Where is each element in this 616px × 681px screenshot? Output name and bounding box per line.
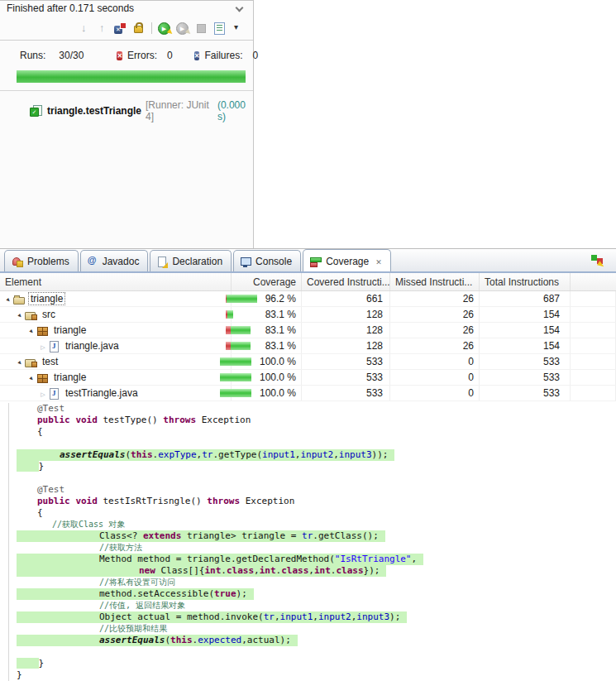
table-row[interactable]: triangle96.2 %66126687	[0, 291, 616, 307]
close-icon[interactable]	[375, 256, 382, 267]
tab-javadoc[interactable]: Javadoc	[80, 250, 149, 271]
covered-instructions-cell: 128	[302, 307, 390, 322]
collapsed-arrow-icon[interactable]	[38, 387, 48, 399]
test-name: triangle.testTriangle	[47, 105, 141, 117]
scroll-lock-icon[interactable]	[131, 22, 146, 35]
coverage-cell: 100.0 %	[232, 386, 302, 400]
coverage-percent: 83.1 %	[265, 324, 296, 336]
code-token: Class[]{	[155, 565, 205, 576]
table-row[interactable]: triangle100.0 %5330533	[0, 370, 616, 386]
code-token: //将私有设置可访问	[99, 578, 175, 587]
table-row[interactable]: testTriangle.java100.0 %5330533	[0, 386, 616, 401]
element-label: triangle	[29, 293, 64, 305]
element-label: triangle	[52, 372, 88, 383]
rerun-test-icon[interactable]	[158, 22, 172, 35]
code-line: {	[17, 507, 616, 519]
code-editor[interactable]: @Testpublic void testType() throws Excep…	[0, 403, 616, 681]
tab-coverage[interactable]: Coverage	[303, 249, 391, 271]
code-token: ,actual);	[241, 635, 291, 645]
total-instructions-cell: 154	[480, 307, 571, 322]
code-line: {	[17, 426, 616, 438]
code-line: //获取方法	[17, 542, 616, 554]
coverage-bar	[220, 373, 255, 381]
next-failed-test-icon[interactable]	[77, 22, 91, 35]
code-token: int	[260, 565, 276, 576]
code-token: int	[314, 565, 331, 576]
coverage-bar	[220, 389, 255, 397]
code-line: }	[17, 669, 616, 681]
coverage-bar-fill	[226, 310, 233, 319]
coverage-bar-fill	[220, 357, 251, 366]
code-line-content: Object actual = method.invoke(tr,input1,…	[17, 611, 407, 623]
expanded-arrow-icon[interactable]	[15, 356, 25, 367]
test-run-history-icon[interactable]	[212, 22, 227, 35]
show-failures-only-icon[interactable]	[113, 22, 127, 35]
filler-cell	[571, 291, 616, 306]
code-token: {	[37, 507, 43, 518]
expanded-arrow-icon[interactable]	[26, 372, 36, 383]
tab-problems[interactable]: Problems	[4, 250, 79, 271]
expanded-arrow-icon[interactable]	[3, 293, 13, 305]
code-line	[17, 438, 616, 449]
covered-instructions-cell: 661	[302, 291, 390, 306]
code-token: public	[37, 415, 70, 425]
view-menu-icon[interactable]	[231, 22, 245, 35]
runs-value: 30/30	[59, 50, 84, 61]
code-token: extends	[143, 530, 181, 541]
code-token: {	[37, 426, 43, 437]
expanded-arrow-icon[interactable]	[15, 309, 25, 320]
code-line: Method method = triangle.getDeclaredMeth…	[17, 554, 616, 565]
total-instructions-cell: 533	[480, 354, 571, 369]
table-row[interactable]: triangle.java83.1 %12826154	[0, 338, 616, 354]
code-token: tr	[302, 530, 313, 541]
collapsed-arrow-icon[interactable]	[38, 340, 48, 352]
missed-instructions-cell: 26	[390, 291, 480, 306]
java-file-icon	[48, 388, 60, 399]
table-row[interactable]: triangle83.1 %12826154	[0, 323, 616, 338]
code-line: //将私有设置可访问	[17, 577, 616, 588]
previous-failed-test-icon[interactable]	[95, 22, 109, 35]
covered-instructions-cell: 128	[302, 323, 390, 338]
tab-declaration[interactable]: Declaration	[150, 250, 232, 271]
code-token: public	[37, 496, 70, 506]
rerun-failed-first-icon[interactable]	[176, 22, 190, 35]
code-token: });	[364, 565, 380, 576]
table-row[interactable]: src83.1 %12826154	[0, 307, 616, 323]
code-token: .getType(	[212, 449, 262, 460]
tab-label: Coverage	[326, 256, 369, 267]
code-token: Object actual = method.invoke(	[99, 611, 264, 622]
code-token: input2	[300, 449, 333, 460]
code-token: //比较预期和结果	[99, 624, 167, 633]
table-row[interactable]: test100.0 %5330533	[0, 354, 616, 370]
code-token: input3	[356, 611, 389, 622]
code-token: ,	[333, 449, 339, 460]
minimize-chevron-icon[interactable]	[235, 4, 243, 12]
source-folder-icon	[25, 309, 37, 320]
filler-cell	[571, 307, 616, 322]
code-token: expected	[198, 635, 241, 645]
missed-instructions-cell: 0	[390, 386, 480, 400]
code-token: @Test	[37, 403, 64, 414]
element-cell: triangle.java	[0, 338, 232, 353]
total-instructions-cell: 533	[480, 370, 571, 385]
coverage-percent: 96.2 %	[265, 293, 296, 305]
code-token: ,	[412, 554, 418, 564]
expanded-arrow-icon[interactable]	[26, 324, 36, 336]
tab-console[interactable]: Console	[233, 250, 301, 271]
code-line-content: //传值, 返回结果对象	[17, 600, 185, 611]
code-line-content: @Test	[17, 484, 64, 496]
code-line: public void testType() throws Exception	[17, 415, 616, 426]
covered-instructions-cell: 533	[302, 354, 390, 369]
code-token: .	[221, 565, 227, 576]
code-line: //比较预期和结果	[17, 623, 616, 635]
stop-test-icon[interactable]	[194, 22, 208, 35]
element-label: testTriangle.java	[64, 387, 140, 399]
junit-counters: Runs: 30/30 Errors: 0 Failures: 0	[0, 41, 253, 64]
code-token: Exception	[196, 415, 251, 425]
code-line-content: public void testType() throws Exception	[17, 415, 251, 426]
junit-test-item[interactable]: triangle.testTriangle [Runner: JUnit 4] …	[0, 91, 253, 122]
errors-value: 0	[167, 50, 173, 61]
failure-icon	[194, 51, 200, 60]
missed-instructions-cell: 26	[390, 323, 480, 338]
coverage-session-icon[interactable]	[590, 254, 604, 267]
